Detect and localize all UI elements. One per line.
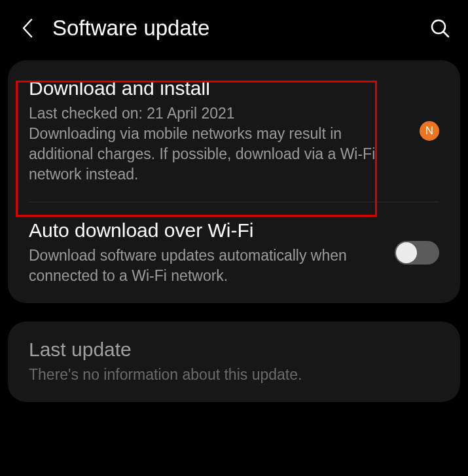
settings-card-last-update: Last update There's no information about…	[8, 321, 460, 402]
auto-download-item[interactable]: Auto download over Wi-Fi Download softwa…	[8, 202, 460, 303]
item-content: Last update There's no information about…	[29, 339, 439, 385]
item-content: Auto download over Wi-Fi Download softwa…	[29, 219, 382, 286]
page-title: Software update	[52, 16, 430, 41]
last-update-item[interactable]: Last update There's no information about…	[8, 321, 460, 402]
header: Software update	[0, 0, 468, 60]
settings-card-main: Download and install Last checked on: 21…	[8, 60, 460, 303]
item-subtitle: There's no information about this update…	[29, 365, 439, 385]
back-icon[interactable]	[18, 19, 37, 37]
item-subtitle: Last checked on: 21 April 2021 Downloadi…	[29, 103, 406, 185]
search-icon[interactable]	[430, 18, 450, 38]
toggle-knob	[396, 242, 417, 263]
download-and-install-item[interactable]: Download and install Last checked on: 21…	[8, 60, 460, 202]
item-subtitle: Download software updates automatically …	[29, 246, 382, 286]
item-title: Download and install	[29, 77, 406, 100]
item-title: Last update	[29, 339, 439, 361]
auto-download-toggle[interactable]	[395, 241, 439, 265]
item-content: Download and install Last checked on: 21…	[29, 77, 406, 185]
item-title: Auto download over Wi-Fi	[29, 219, 382, 242]
notification-badge: N	[420, 121, 439, 141]
